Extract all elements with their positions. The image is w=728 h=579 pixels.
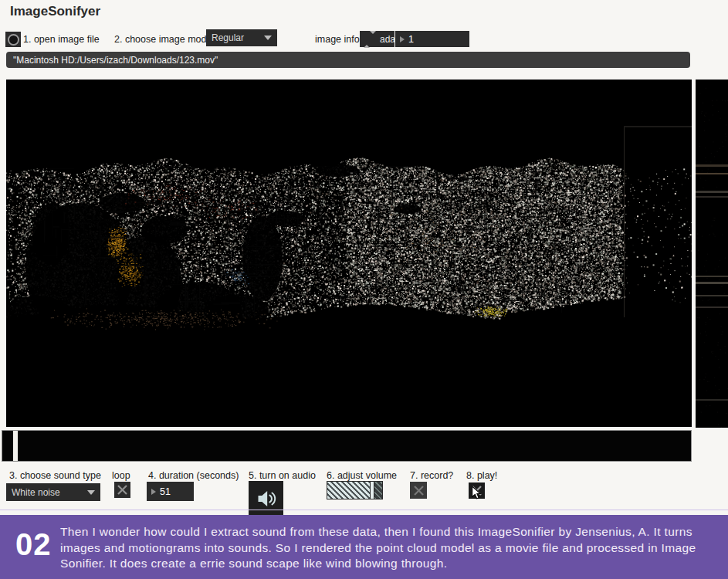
frame-number-box[interactable]: 1 xyxy=(395,31,469,47)
record-toggle[interactable] xyxy=(410,482,427,499)
loop-toggle[interactable] xyxy=(114,482,130,498)
footer-text: Then I wonder how could I extract sound … xyxy=(60,524,713,572)
duration-value: 51 xyxy=(160,486,171,497)
record-circle-icon xyxy=(8,34,19,46)
open-image-file-button[interactable] xyxy=(5,32,21,47)
sound-type-dropdown[interactable]: White noise xyxy=(6,483,100,501)
audio-toggle-button[interactable] xyxy=(249,481,283,516)
duration-number-box[interactable]: 51 xyxy=(147,482,194,501)
triangle-right-icon xyxy=(400,36,405,42)
frame-value: 1 xyxy=(408,34,414,45)
sound-type-label: 3. choose sound type xyxy=(9,470,101,481)
volume-slider[interactable] xyxy=(327,481,383,499)
image-mode-dropdown[interactable]: Regular xyxy=(206,29,277,46)
footer-divider xyxy=(0,510,728,510)
x-icon xyxy=(413,485,425,496)
volume-label: 6. adjust volume xyxy=(327,470,397,481)
page-title: ImageSonifyer xyxy=(10,4,100,19)
timeline[interactable] xyxy=(2,430,692,462)
speaker-icon xyxy=(256,489,277,509)
chevron-down-icon xyxy=(87,490,95,495)
volume-track-rest xyxy=(374,482,382,499)
sound-type-value: White noise xyxy=(12,487,60,498)
motiongram-strip xyxy=(696,80,728,428)
playhead[interactable] xyxy=(13,431,18,461)
image-info-label: image info xyxy=(315,34,360,45)
slide-number: 02 xyxy=(15,527,52,562)
image-mode-label: 2. choose image mode xyxy=(114,34,212,45)
chevron-down-icon xyxy=(264,36,272,40)
x-icon xyxy=(117,484,128,496)
adapt-stepper[interactable]: adapt xyxy=(360,31,394,47)
duration-label: 4. duration (seconds) xyxy=(148,470,239,481)
updown-arrows-icon xyxy=(364,34,376,45)
play-label: 8. play! xyxy=(466,470,497,481)
record-label: 7. record? xyxy=(410,470,453,481)
triangle-right-icon xyxy=(151,489,156,495)
audio-label: 5. turn on audio xyxy=(249,470,316,481)
loop-label: loop xyxy=(112,470,130,481)
file-path-bar[interactable]: "Macintosh HD:/Users/izach/Downloads/123… xyxy=(6,52,690,68)
volume-fill xyxy=(327,482,370,499)
open-image-file-label: 1. open image file xyxy=(23,34,100,45)
point-cloud-display xyxy=(6,80,692,427)
mouse-cursor-icon xyxy=(471,486,482,499)
image-mode-value: Regular xyxy=(212,32,244,43)
imagesonifyer-window: ImageSonifyer 1. open image file 2. choo… xyxy=(0,0,728,579)
